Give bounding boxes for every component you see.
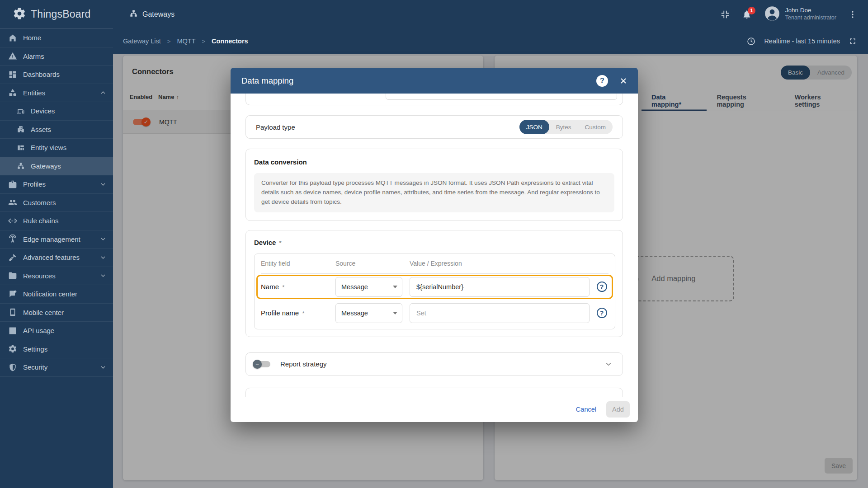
sidebar-item-label: Devices xyxy=(31,107,55,115)
sidebar-item-profiles[interactable]: Profiles xyxy=(0,175,113,194)
sidebar-item-mobile-center[interactable]: Mobile center xyxy=(0,304,113,322)
topic-filter-input-partial[interactable] xyxy=(386,94,617,100)
sidebar-item-gateways[interactable]: Gateways xyxy=(0,157,113,176)
entities-category-icon xyxy=(8,88,17,97)
timewindow-label[interactable]: Realtime - last 15 minutes xyxy=(764,38,840,45)
help-question-icon[interactable]: ? xyxy=(597,308,607,318)
chevron-up-icon xyxy=(99,89,107,96)
sidebar-item-advanced-features[interactable]: Advanced features xyxy=(0,249,113,267)
source-select[interactable]: Message xyxy=(335,303,402,323)
assets-building-icon xyxy=(17,125,25,133)
source-select-profile[interactable]: Message xyxy=(335,303,410,323)
chart-icon xyxy=(8,326,17,335)
sidebar-item-edge-management[interactable]: Edge management xyxy=(0,230,113,249)
dialog-footer: Cancel Add xyxy=(231,397,638,422)
sidebar-item-label: Notification center xyxy=(23,290,77,298)
required-marker: * xyxy=(279,239,282,246)
sidebar-item-api-usage[interactable]: API usage xyxy=(0,322,113,340)
report-strategy-toggle[interactable]: − xyxy=(254,361,270,367)
breadcrumb-mqtt[interactable]: MQTT xyxy=(177,38,195,45)
data-conversion-card: Data conversion Converter for this paylo… xyxy=(245,149,623,221)
timewindow-controls: Realtime - last 15 minutes xyxy=(746,37,857,46)
tools-icon xyxy=(8,253,17,262)
source-select[interactable]: Message xyxy=(335,277,402,297)
device-title-text: Device xyxy=(254,239,276,246)
field-name-text: Profile name xyxy=(261,309,299,317)
notifications-badge: 1 xyxy=(748,7,755,14)
help-icon[interactable]: ? xyxy=(596,75,608,87)
gateways-lan-icon xyxy=(17,162,25,170)
sidebar-item-resources[interactable]: Resources xyxy=(0,267,113,286)
payload-type-label: Payload type xyxy=(256,123,295,131)
breadcrumb-connectors: Connectors xyxy=(212,38,248,45)
payload-option-json[interactable]: JSON xyxy=(519,120,549,134)
field-label-profile-name: Profile name * xyxy=(261,309,335,317)
sidebar-item-label: Home xyxy=(23,34,41,42)
report-strategy-label: Report strategy xyxy=(280,360,327,368)
sidebar-item-security[interactable]: Security xyxy=(0,358,113,377)
dropdown-arrow-icon xyxy=(393,286,397,288)
sidebar-item-label: Rule chains xyxy=(23,217,58,225)
page-title: Gateways xyxy=(142,10,175,19)
data-conversion-title: Data conversion xyxy=(254,158,614,166)
sidebar-item-devices[interactable]: Devices xyxy=(0,102,113,121)
sidebar-item-label: Customers xyxy=(23,199,56,206)
user-menu[interactable]: John Doe Tenant administrator xyxy=(764,5,836,24)
notifications-bell-icon[interactable]: 1 xyxy=(742,9,752,19)
breadcrumb: Gateway List > MQTT > Connectors xyxy=(123,38,248,45)
cancel-button[interactable]: Cancel xyxy=(576,406,596,413)
payload-option-custom[interactable]: Custom xyxy=(578,120,613,134)
notification-flag-icon xyxy=(8,290,17,299)
sidebar-item-label: Alarms xyxy=(23,52,44,60)
breadcrumb-gateway-list[interactable]: Gateway List xyxy=(123,38,161,45)
breadcrumb-separator: > xyxy=(202,38,206,45)
sidebar-item-customers[interactable]: Customers xyxy=(0,194,113,212)
device-mapping-table: Entity field Source Value / Expression N… xyxy=(254,253,615,329)
sidebar-item-entities[interactable]: Entities xyxy=(0,84,113,103)
sidebar-item-label: Settings xyxy=(23,345,47,353)
sidebar-item-label: Resources xyxy=(23,272,56,280)
attributes-card: Attributes xyxy=(245,388,623,397)
thingsboard-logo-icon xyxy=(13,7,26,22)
source-select-value: Message xyxy=(341,283,368,291)
smartphone-icon xyxy=(8,308,17,317)
help-cell: ? xyxy=(595,282,609,292)
sidebar-item-notification-center[interactable]: Notification center xyxy=(0,285,113,304)
report-strategy-card: − Report strategy xyxy=(245,352,623,376)
name-expression-input[interactable] xyxy=(410,277,590,297)
sidebar-item-rule-chains[interactable]: Rule chains xyxy=(0,212,113,230)
sidebar-item-entity-views[interactable]: Entity views xyxy=(0,139,113,157)
required-marker: * xyxy=(282,284,284,291)
payload-option-bytes[interactable]: Bytes xyxy=(549,120,578,134)
fullscreen-icon[interactable] xyxy=(848,37,857,46)
brand-logo[interactable]: ThingsBoard xyxy=(0,7,113,22)
device-row-profile-name: Profile name * Message xyxy=(261,300,609,326)
sidebar-item-assets[interactable]: Assets xyxy=(0,121,113,139)
add-button[interactable]: Add xyxy=(606,401,630,418)
exit-fullscreen-icon[interactable] xyxy=(720,9,730,19)
gear-icon xyxy=(8,344,17,353)
sidebar-item-alarms[interactable]: Alarms xyxy=(0,47,113,66)
kebab-menu-icon[interactable] xyxy=(848,10,857,19)
devices-icon xyxy=(17,107,25,115)
field-name-text: Name xyxy=(261,283,279,291)
sidebar-item-label: API usage xyxy=(23,327,54,334)
data-mapping-dialog: Data mapping ? Payload type JSON Bytes C… xyxy=(231,68,638,422)
profile-expression-input[interactable] xyxy=(410,303,590,323)
sidebar-item-settings[interactable]: Settings xyxy=(0,340,113,359)
help-question-icon[interactable]: ? xyxy=(597,282,607,292)
home-icon xyxy=(8,33,17,42)
sidebar-item-label: Gateways xyxy=(31,162,61,170)
sidebar-item-home[interactable]: Home xyxy=(0,29,113,47)
chevron-down-icon xyxy=(99,254,107,261)
page-title-block: Gateways xyxy=(129,9,175,19)
dashboard-icon xyxy=(8,70,17,79)
shield-icon xyxy=(8,363,17,372)
value-expression-cell xyxy=(410,277,590,297)
sidebar-item-dashboards[interactable]: Dashboards xyxy=(0,66,113,84)
help-cell: ? xyxy=(595,308,609,318)
close-icon[interactable] xyxy=(619,76,628,85)
source-select-name[interactable]: Message xyxy=(335,277,410,297)
chevron-down-icon[interactable] xyxy=(604,360,613,368)
source-select-value: Message xyxy=(341,310,368,317)
